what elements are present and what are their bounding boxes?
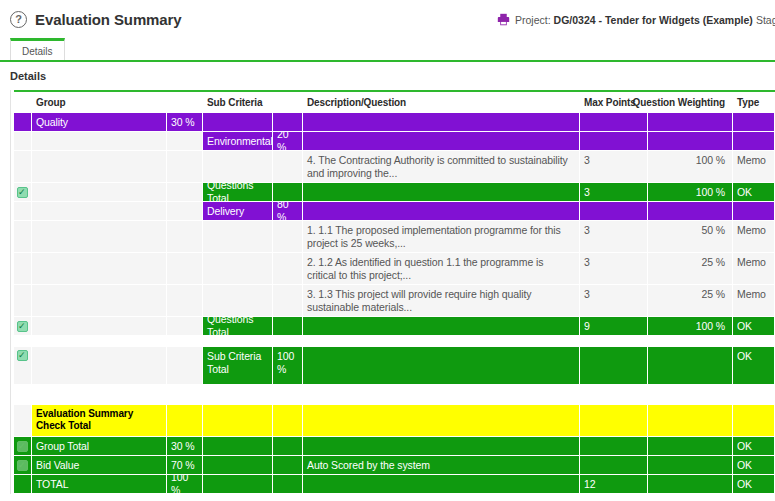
cell-group-pct [167, 405, 203, 436]
cell-type: OK [733, 183, 775, 201]
cell-type [733, 132, 775, 150]
help-icon[interactable]: ? [10, 11, 27, 28]
cell-text: Bid Value [36, 459, 79, 472]
cell-description [303, 113, 580, 131]
cell-subcriteria-label [203, 151, 273, 182]
table-header-row: Group Sub Criteria Description/Question … [14, 92, 775, 113]
cell-question-weighting [648, 456, 733, 474]
cell-group-label: Quality [32, 113, 167, 131]
tab-details[interactable]: Details [10, 38, 65, 60]
cell-subcriteria-pct [273, 253, 303, 284]
cell-text: TOTAL [36, 478, 68, 491]
header-description: Description/Question [303, 92, 580, 112]
cell-description [303, 317, 580, 335]
cell-type: Memo [733, 151, 775, 182]
cell-checkbox [14, 405, 32, 436]
cell-group-pct [167, 347, 203, 384]
cell-group-pct: 30 % [167, 113, 203, 131]
cell-group-label [32, 183, 167, 201]
cell-max-points [580, 456, 648, 474]
cell-question-weighting [648, 132, 733, 150]
cell-checkbox: ✓ [14, 347, 32, 384]
cell-text: 80 % [277, 202, 298, 220]
cell-text: OK [737, 350, 752, 363]
cell-checkbox [14, 132, 32, 150]
cell-text: 12 [584, 478, 595, 491]
cell-checkbox [14, 202, 32, 220]
cell-question-weighting [648, 347, 733, 384]
cell-checkbox [14, 221, 32, 252]
cell-text: 20 % [277, 132, 298, 150]
cell-group-pct [167, 221, 203, 252]
cell-group-label [32, 253, 167, 284]
table-row-sub-criteria-total: ✓Sub Criteria Total100 %OK [14, 347, 775, 385]
header-group: Group [32, 92, 167, 112]
cell-subcriteria-label [203, 221, 273, 252]
spacer-row [14, 336, 775, 347]
cell-text: 100 % [277, 350, 298, 376]
cell-question-weighting: 25 % [648, 285, 733, 316]
cell-subcriteria-pct: 80 % [273, 202, 303, 220]
cell-type [733, 405, 775, 436]
printer-icon[interactable] [497, 13, 510, 26]
cell-question-weighting [648, 202, 733, 220]
cell-text: 3 [584, 256, 590, 269]
cell-text: 9 [584, 320, 590, 333]
cell-max-points: 12 [580, 475, 648, 493]
cell-subcriteria-label [203, 456, 273, 474]
cell-text: OK [737, 186, 752, 199]
cell-max-points [580, 202, 648, 220]
cell-text: Auto Scored by the system [307, 459, 430, 472]
cell-question-weighting: 50 % [648, 221, 733, 252]
checked-checkbox-icon: ✓ [17, 187, 28, 198]
cell-text: 3 [584, 186, 590, 199]
cell-text: Quality [36, 116, 68, 129]
cell-max-points [580, 405, 648, 436]
cell-text: 30 % [171, 116, 195, 129]
cell-group-pct [167, 202, 203, 220]
table-row-quality: Quality30 % [14, 113, 775, 132]
cell-group-pct [167, 253, 203, 284]
cell-text: 100 % [171, 475, 198, 493]
cell-text: 3 [584, 288, 590, 301]
cell-subcriteria-pct [273, 405, 303, 436]
cell-group-pct: 70 % [167, 456, 203, 474]
cell-subcriteria-pct [273, 113, 303, 131]
cell-subcriteria-label: Questions Total [203, 317, 273, 335]
table-row-evaluation-summary-check: Evaluation Summary Check Total [14, 405, 775, 437]
cell-group-label: TOTAL [32, 475, 167, 493]
cell-subcriteria-pct [273, 317, 303, 335]
header-question-weighting: Question Weighting [648, 92, 733, 112]
cell-text: 100 % [696, 320, 725, 333]
cell-max-points [580, 437, 648, 455]
cell-text: OK [737, 478, 752, 491]
cell-type: Memo [733, 285, 775, 316]
header-sub-criteria: Sub Criteria [203, 92, 273, 112]
header-checkbox-col [14, 92, 32, 112]
evaluation-table: Group Sub Criteria Description/Question … [10, 90, 775, 494]
cell-question-weighting [648, 405, 733, 436]
header-sub-pct [273, 92, 303, 112]
cell-text: Sub Criteria Total [207, 350, 268, 376]
cell-group-label [32, 285, 167, 316]
cell-type: OK [733, 437, 775, 455]
tab-strip: Details [0, 38, 775, 62]
checked-checkbox-icon: ✓ [17, 460, 28, 471]
page-title: Evaluation Summary [35, 11, 182, 28]
cell-checkbox [14, 475, 32, 493]
cell-text: 70 % [171, 459, 195, 472]
cell-type: Memo [733, 253, 775, 284]
cell-description: 1. 1.1 The proposed implementation progr… [303, 221, 580, 252]
cell-checkbox [14, 253, 32, 284]
cell-question-weighting [648, 437, 733, 455]
cell-subcriteria-label [203, 437, 273, 455]
cell-subcriteria-pct [273, 221, 303, 252]
cell-description [303, 202, 580, 220]
cell-type: OK [733, 456, 775, 474]
cell-question-weighting: 100 % [648, 151, 733, 182]
cell-type: Memo [733, 221, 775, 252]
cell-text: Questions Total [207, 317, 268, 335]
cell-description [303, 405, 580, 436]
table-row-group-total: ✓Group Total30 %OK [14, 437, 775, 456]
cell-text: 100 % [696, 186, 725, 199]
